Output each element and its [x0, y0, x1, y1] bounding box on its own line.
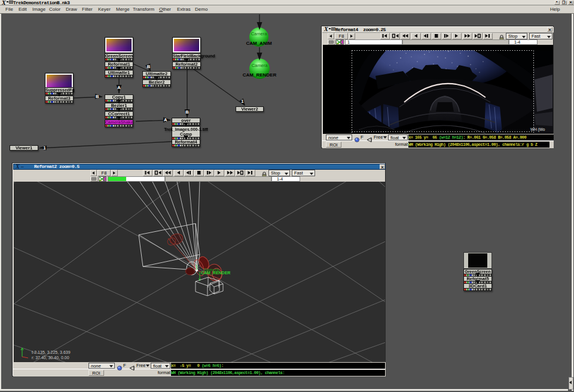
svg-text:B: B [147, 64, 151, 69]
svg-text:A: A [164, 117, 167, 122]
svg-text:1: 1 [44, 145, 46, 151]
svg-text:A: A [117, 85, 121, 90]
svg-text:B: B [185, 109, 189, 115]
svg-text:t-2.135, 3.225, 3.639: t-2.135, 3.225, 3.639 [32, 350, 71, 354]
svg-text:WH (Wo: WH (Wo [530, 127, 545, 132]
svg-text:r: 37.40, 30.40, 0.00: r: 37.40, 30.40, 0.00 [32, 356, 69, 360]
svg-text:B: B [96, 94, 99, 99]
svg-text:1: 1 [241, 99, 243, 104]
svg-text:CAM_RENDER: CAM_RENDER [201, 271, 230, 275]
